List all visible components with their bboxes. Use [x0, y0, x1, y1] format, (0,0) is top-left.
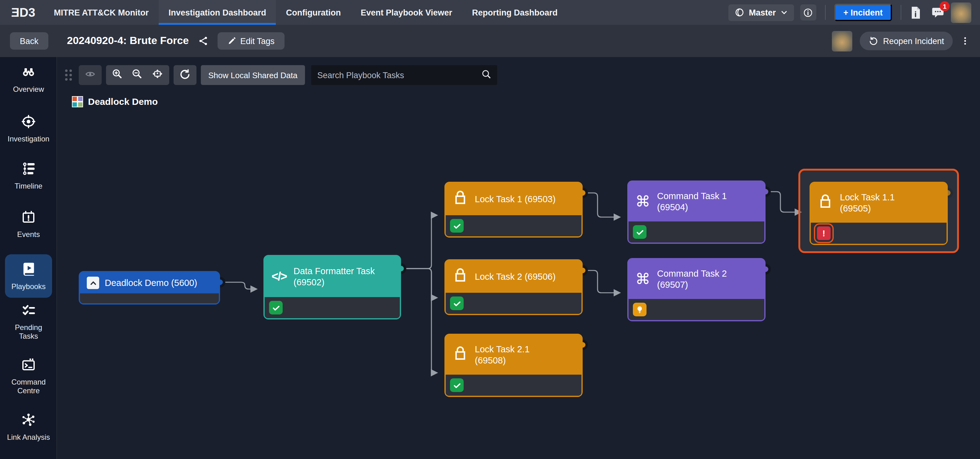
- sidebar-label: Timeline: [14, 182, 43, 191]
- sidebar-item-command-centre[interactable]: Command Centre: [0, 357, 57, 395]
- globe-icon: [735, 8, 745, 18]
- nav-right-cluster: Master + Incident 1: [728, 0, 980, 25]
- sidebar-item-investigation[interactable]: Investigation: [0, 114, 57, 143]
- chevron-down-icon: [780, 9, 788, 16]
- sidebar-item-events[interactable]: Events: [0, 210, 57, 239]
- playbook-start-node-deadlock-demo[interactable]: Deadlock Demo (5600): [79, 271, 220, 304]
- task-node-lock-task-2-1[interactable]: Lock Task 2.1(69508): [444, 334, 583, 397]
- success-badge: [633, 225, 646, 239]
- task-node-lock-task-1[interactable]: Lock Task 1 (69503): [444, 182, 583, 237]
- share-icon[interactable]: [197, 35, 208, 46]
- playbook-start-icon: [87, 277, 99, 289]
- document-icon[interactable]: [910, 6, 921, 19]
- reopen-label: Reopen Incident: [883, 36, 944, 46]
- network-graph-icon: [21, 412, 37, 430]
- top-nav: ƎD3 MITRE ATT&CK Monitor Investigation D…: [0, 0, 980, 25]
- master-site-dropdown[interactable]: Master: [728, 4, 794, 21]
- d3-soar-app: ƎD3 MITRE ATT&CK Monitor Investigation D…: [0, 0, 980, 459]
- sidebar-item-overview[interactable]: Overview: [0, 64, 57, 94]
- task-node-lock-task-2[interactable]: Lock Task 2 (69506): [444, 259, 583, 315]
- sidebar-label: Investigation: [8, 135, 49, 144]
- info-icon: [803, 7, 813, 18]
- assignee-avatar[interactable]: [832, 31, 852, 51]
- d3-logo-text: ƎD3: [11, 5, 35, 19]
- sidebar-label: Pending Tasks: [7, 324, 50, 341]
- sidebar-item-pending-tasks[interactable]: Pending Tasks: [0, 303, 57, 341]
- incident-header: Back 20240920-4: Brute Force Edit Tags R…: [0, 25, 980, 57]
- notifications-button[interactable]: 1: [931, 6, 945, 19]
- back-button[interactable]: Back: [10, 32, 48, 49]
- divider: [900, 5, 901, 20]
- checklist-icon: [21, 303, 36, 320]
- d3-logo[interactable]: ƎD3: [0, 0, 44, 25]
- sidebar-label: Events: [17, 231, 40, 239]
- tab-reporting-dashboard[interactable]: Reporting Dashboard: [462, 0, 568, 25]
- error-badge: !: [817, 226, 830, 240]
- user-avatar[interactable]: [951, 2, 971, 22]
- edit-tags-label: Edit Tags: [240, 36, 275, 46]
- workflow-edges: [57, 57, 980, 459]
- command-icon: ⌘: [635, 272, 650, 287]
- main-tabs: MITRE ATT&CK Monitor Investigation Dashb…: [44, 0, 568, 25]
- master-label: Master: [749, 8, 776, 17]
- task-node-lock-task-1-1[interactable]: Lock Task 1.1(69505) !: [810, 182, 948, 245]
- sidebar-item-timeline[interactable]: Timeline: [0, 161, 57, 191]
- task-node-command-task-1[interactable]: ⌘ Command Task 1(69504): [627, 180, 765, 244]
- sidebar-label: Playbooks: [11, 283, 46, 292]
- info-button[interactable]: [800, 4, 816, 21]
- timeline-icon: [21, 161, 36, 178]
- sidebar-item-playbooks[interactable]: Playbooks: [5, 254, 52, 297]
- task-node-data-formatter[interactable]: </> Data Formatter Task(69502): [263, 255, 401, 319]
- calendar-alert-icon: [21, 210, 37, 227]
- tab-configuration[interactable]: Configuration: [276, 0, 351, 25]
- success-badge: [450, 219, 464, 233]
- sidebar-label: Overview: [13, 86, 44, 94]
- terminal-icon: [21, 357, 37, 375]
- success-badge: [269, 301, 283, 314]
- notification-count-badge: 1: [940, 1, 950, 11]
- divider: [825, 5, 825, 20]
- pending-badge: [633, 303, 646, 316]
- sidebar-label: Command Centre: [7, 378, 50, 395]
- task-node-command-task-2[interactable]: ⌘ Command Task 2(69507): [627, 258, 765, 321]
- tab-mitre-attck-monitor[interactable]: MITRE ATT&CK Monitor: [44, 0, 159, 25]
- lock-icon: [452, 190, 468, 209]
- main-area: Overview Investigation Timeline Events: [0, 57, 980, 459]
- incident-title: 20240920-4: Brute Force: [67, 35, 189, 47]
- tab-event-playbook-viewer[interactable]: Event Playbook Viewer: [351, 0, 462, 25]
- success-badge: [450, 378, 464, 392]
- target-icon: [21, 114, 37, 132]
- tab-investigation-dashboard[interactable]: Investigation Dashboard: [159, 0, 276, 25]
- lock-icon: [818, 193, 833, 212]
- sidebar-item-link-analysis[interactable]: Link Analysis: [0, 412, 57, 442]
- edit-tags-button[interactable]: Edit Tags: [217, 32, 285, 49]
- reopen-icon: [868, 36, 878, 46]
- code-icon: </>: [272, 270, 287, 284]
- binoculars-icon: [21, 64, 37, 82]
- new-incident-button[interactable]: + Incident: [834, 4, 892, 21]
- lock-icon: [452, 267, 468, 286]
- incident-header-right: Reopen Incident: [832, 31, 970, 51]
- lock-icon: [452, 345, 468, 364]
- sidebar-label: Link Analysis: [7, 434, 50, 442]
- reopen-incident-button[interactable]: Reopen Incident: [859, 32, 953, 50]
- playbook-canvas[interactable]: Show Local Shared Data Deadlock Demo: [57, 57, 980, 459]
- kebab-menu-icon[interactable]: [960, 35, 970, 46]
- pencil-icon: [227, 37, 236, 45]
- sidebar: Overview Investigation Timeline Events: [0, 57, 57, 459]
- command-icon: ⌘: [635, 194, 650, 209]
- success-badge: [450, 296, 464, 310]
- playbook-icon: [21, 261, 36, 279]
